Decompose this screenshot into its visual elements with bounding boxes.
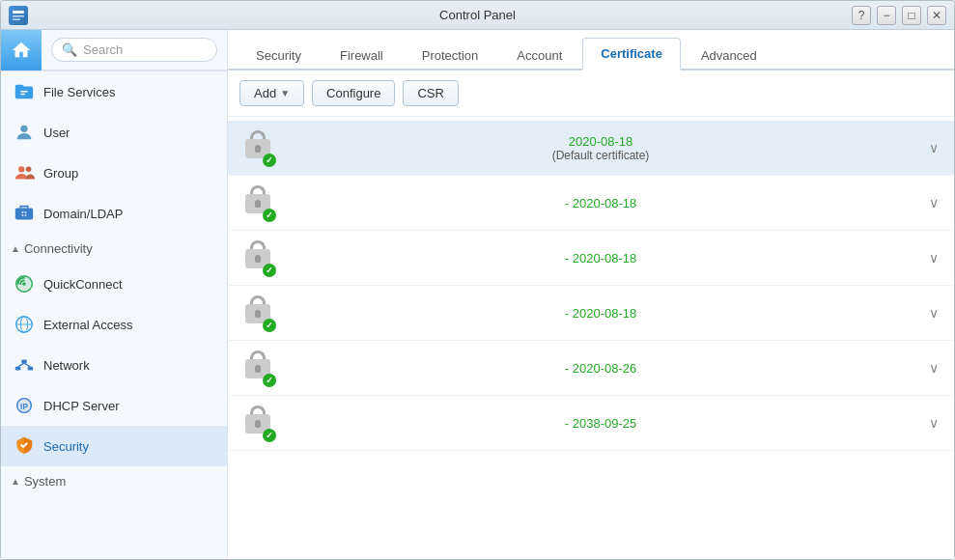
sidebar-item-file-services[interactable]: File Services [1, 71, 227, 112]
main-window: Control Panel ? − □ ✕ 🔍 [0, 0, 955, 560]
svg-rect-17 [28, 367, 33, 371]
cert-valid-badge-5: ✓ [263, 374, 276, 387]
cert-icon-2: ✓ [243, 185, 272, 220]
sidebar-item-network[interactable]: Network [1, 345, 227, 385]
help-button[interactable]: ? [852, 6, 871, 25]
cert-info-5: - 2020-08-26 [284, 361, 917, 376]
cert-row-5[interactable]: ✓ - 2020-08-26 ∨ [228, 341, 954, 396]
cert-valid-badge-1: ✓ [263, 154, 276, 167]
security-icon [13, 434, 36, 458]
quickconnect-icon [13, 272, 36, 295]
svg-point-11 [22, 282, 26, 286]
search-icon: 🔍 [62, 42, 77, 57]
content-area: Security Firewall Protection Account Cer… [228, 30, 954, 559]
svg-rect-2 [13, 18, 20, 20]
group-icon [13, 161, 36, 184]
close-button[interactable]: ✕ [927, 6, 946, 25]
svg-rect-1 [13, 15, 24, 17]
cert-info-1: 2020-08-18 (Default certificate) [284, 134, 917, 162]
cert-icon-6: ✓ [243, 406, 272, 440]
cert-row-2[interactable]: ✓ - 2020-08-18 ∨ [228, 176, 954, 231]
user-icon [13, 121, 36, 144]
csr-button[interactable]: CSR [403, 80, 458, 106]
system-chevron: ▲ [11, 476, 20, 487]
cert-row-4[interactable]: ✓ - 2020-08-18 ∨ [228, 286, 954, 341]
security-label: Security [43, 439, 89, 454]
connectivity-section-header[interactable]: ▲ Connectivity [1, 234, 227, 264]
title-bar: Control Panel ? − □ ✕ [1, 1, 954, 30]
cert-row-1[interactable]: ✓ 2020-08-18 (Default certificate) ∨ [228, 121, 954, 176]
file-services-icon [13, 80, 36, 103]
tab-account[interactable]: Account [498, 40, 580, 70]
tab-firewall[interactable]: Firewall [322, 40, 402, 70]
tab-advanced[interactable]: Advanced [683, 40, 775, 70]
dhcp-icon: IP [13, 394, 36, 417]
cert-info-2: - 2020-08-18 [284, 196, 917, 210]
cert-expand-6[interactable]: ∨ [929, 415, 939, 431]
maximize-button[interactable]: □ [902, 6, 921, 25]
svg-rect-4 [20, 94, 25, 95]
cert-info-3: - 2020-08-18 [284, 251, 917, 266]
sidebar-item-domain[interactable]: Domain/LDAP [1, 193, 227, 234]
quickconnect-label: QuickConnect [43, 277, 123, 292]
minimize-button[interactable]: − [877, 6, 896, 25]
add-button[interactable]: Add ▼ [239, 80, 304, 106]
cert-valid-badge-6: ✓ [263, 429, 276, 442]
cert-expand-2[interactable]: ∨ [929, 195, 939, 210]
configure-button[interactable]: Configure [312, 80, 395, 106]
window-title: Control Panel [439, 8, 516, 22]
cert-expand-1[interactable]: ∨ [929, 140, 939, 155]
cert-info-4: - 2020-08-18 [284, 306, 917, 321]
tabs-container: Security Firewall Protection Account Cer… [228, 30, 954, 70]
svg-point-5 [20, 126, 27, 132]
sidebar-item-user[interactable]: User [1, 112, 227, 153]
connectivity-chevron: ▲ [11, 243, 20, 254]
cert-valid-badge-3: ✓ [263, 264, 276, 277]
cert-row-6[interactable]: ✓ - 2038-09-25 ∨ [228, 396, 954, 451]
tab-certificate[interactable]: Certificate [582, 38, 681, 70]
svg-rect-15 [15, 367, 21, 371]
dhcp-label: DHCP Server [43, 399, 120, 413]
sidebar-item-external-access[interactable]: External Access [1, 304, 227, 345]
search-input-wrapper: 🔍 [51, 38, 217, 62]
cert-date-2: - 2020-08-18 [565, 196, 636, 210]
external-access-label: External Access [43, 318, 133, 332]
cert-expand-4[interactable]: ∨ [929, 305, 939, 321]
sidebar: 🔍 File Services [1, 30, 228, 559]
svg-line-18 [18, 363, 24, 367]
cert-icon-3: ✓ [243, 240, 272, 275]
home-button[interactable] [1, 30, 42, 70]
cert-date-3: - 2020-08-18 [565, 251, 636, 266]
svg-point-7 [26, 167, 32, 173]
sidebar-top: 🔍 [1, 30, 227, 71]
cert-expand-5[interactable]: ∨ [929, 360, 939, 376]
sidebar-item-quickconnect[interactable]: QuickConnect [1, 264, 227, 304]
cert-default-label-1: (Default certificate) [552, 149, 650, 162]
tab-protection[interactable]: Protection [404, 40, 497, 70]
cert-expand-3[interactable]: ∨ [929, 250, 939, 266]
search-input[interactable] [83, 42, 207, 57]
svg-point-6 [18, 166, 24, 172]
sidebar-item-dhcp[interactable]: IP DHCP Server [1, 385, 227, 426]
title-bar-left [9, 6, 28, 25]
search-container: 🔍 [42, 30, 227, 70]
sidebar-item-group[interactable]: Group [1, 153, 227, 193]
sidebar-item-security[interactable]: Security [1, 426, 227, 466]
svg-rect-0 [13, 11, 24, 14]
connectivity-label: Connectivity [24, 241, 93, 256]
tab-security[interactable]: Security [238, 40, 320, 70]
network-label: Network [43, 358, 90, 373]
cert-icon-4: ✓ [243, 295, 272, 330]
domain-icon [13, 202, 36, 225]
system-section-header[interactable]: ▲ System [1, 466, 227, 496]
toolbar: Add ▼ Configure CSR [228, 70, 954, 117]
file-services-label: File Services [43, 85, 115, 99]
group-label: Group [43, 166, 78, 181]
certificate-list: ✓ 2020-08-18 (Default certificate) ∨ [228, 117, 954, 559]
cert-date-6: - 2038-09-25 [565, 416, 636, 431]
external-access-icon [13, 313, 36, 336]
cert-row-3[interactable]: ✓ - 2020-08-18 ∨ [228, 231, 954, 286]
home-icon [11, 40, 32, 61]
cert-date-1: 2020-08-18 [569, 134, 633, 149]
svg-rect-16 [21, 360, 27, 364]
